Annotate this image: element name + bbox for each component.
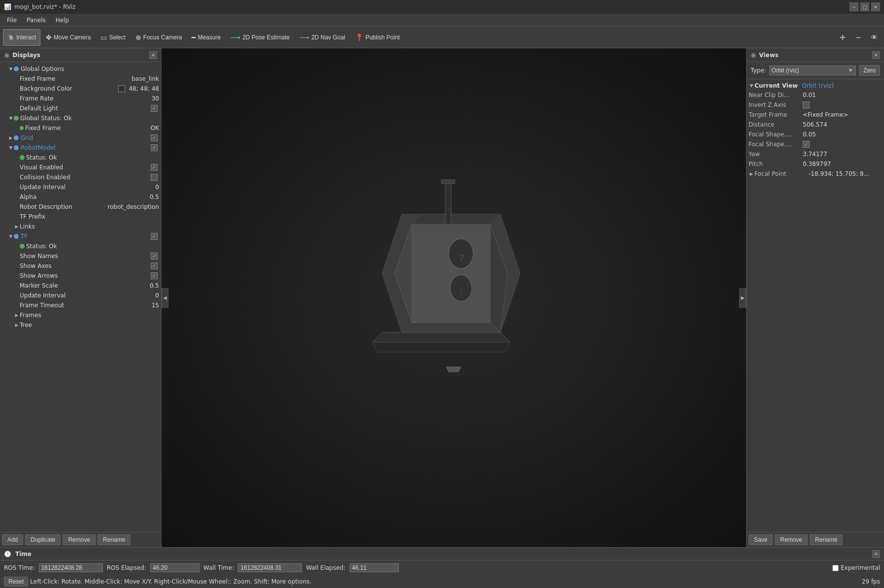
rename-button[interactable]: Rename	[98, 534, 131, 545]
svg-rect-5	[441, 180, 455, 184]
show-arrows-checkbox[interactable]	[151, 272, 158, 279]
robot-model-row[interactable]: RobotModel	[0, 143, 161, 153]
invert-z-checkbox[interactable]	[803, 101, 810, 108]
experimental-checkbox[interactable]	[832, 565, 839, 571]
robot-description-row[interactable]: Robot Description robot_description	[0, 202, 161, 212]
target-frame-row[interactable]: Target Frame <Fixed Frame>	[747, 110, 884, 120]
focal-point-row[interactable]: Focal Point -18.934; 15.705; 8...	[747, 169, 884, 179]
robot-model-expand[interactable]	[8, 145, 14, 151]
default-light-row[interactable]: Default Light	[0, 103, 161, 113]
tf-update-interval-row[interactable]: Update Interval 0	[0, 291, 161, 300]
yaw-row[interactable]: Yaw 3.74177	[747, 149, 884, 159]
update-interval-row[interactable]: Update Interval 0	[0, 182, 161, 192]
collision-enabled-checkbox[interactable]	[151, 174, 158, 181]
global-options-expand[interactable]	[8, 66, 14, 72]
views-type-select[interactable]: Orbit (rviz)	[769, 65, 856, 75]
background-color-row[interactable]: Background Color 48; 48; 48	[0, 84, 161, 94]
current-view-header[interactable]: Current View Orbit (rviz)	[747, 81, 884, 90]
wall-time-input[interactable]	[238, 563, 302, 572]
global-status-ff-row[interactable]: Fixed Frame OK	[0, 123, 161, 133]
show-axes-checkbox[interactable]	[151, 262, 158, 269]
tf-checkbox[interactable]	[151, 233, 158, 240]
frame-timeout-row[interactable]: Frame Timeout 15	[0, 300, 161, 310]
tf-row[interactable]: TF	[0, 231, 161, 241]
publish-point-button[interactable]: 📍 Publish Point	[351, 29, 404, 46]
frames-expand[interactable]	[14, 312, 20, 318]
wall-elapsed-input[interactable]	[350, 563, 399, 572]
global-options-row[interactable]: Global Options	[0, 64, 161, 74]
maximize-button[interactable]: □	[860, 2, 869, 11]
menu-help[interactable]: Help	[51, 16, 74, 25]
current-view-expand[interactable]	[749, 83, 754, 89]
interact-button[interactable]: 🖱 Interact	[3, 29, 40, 46]
visual-enabled-checkbox[interactable]	[151, 164, 158, 171]
viewport[interactable]: ? ? ◀ ▶	[162, 48, 746, 547]
show-names-row[interactable]: Show Names	[0, 251, 161, 261]
collapse-right-button[interactable]: ▶	[739, 288, 746, 308]
minus-icon-button[interactable]: ─	[851, 31, 865, 44]
show-axes-row[interactable]: Show Axes	[0, 261, 161, 271]
default-light-checkbox[interactable]	[151, 105, 158, 112]
visual-enabled-row[interactable]: Visual Enabled	[0, 163, 161, 172]
tf-status-row[interactable]: Status: Ok	[0, 241, 161, 251]
views-zero-button[interactable]: Zero	[859, 65, 880, 76]
views-remove-button[interactable]: Remove	[775, 534, 808, 545]
grid-expand[interactable]	[8, 135, 14, 141]
distance-row[interactable]: Distance 506.574	[747, 120, 884, 130]
frame-rate-row[interactable]: Frame Rate 30	[0, 94, 161, 103]
ros-elapsed-input[interactable]	[150, 563, 199, 572]
links-row[interactable]: Links	[0, 222, 161, 231]
views-save-button[interactable]: Save	[749, 534, 773, 545]
titlebar-controls[interactable]: ─ □ ✕	[850, 2, 880, 11]
grid-row[interactable]: Grid	[0, 133, 161, 143]
ros-time-input[interactable]	[39, 563, 103, 572]
select-button[interactable]: ▭ Select	[96, 29, 130, 46]
robot-model-status-row[interactable]: Status: Ok	[0, 153, 161, 163]
focal-shape1-row[interactable]: Focal Shape.... 0.05	[747, 130, 884, 139]
plus-icon-button[interactable]: ✛	[836, 31, 850, 44]
pose-estimate-button[interactable]: ⟶ 2D Pose Estimate	[226, 29, 294, 46]
tf-expand[interactable]	[8, 233, 14, 239]
menu-file[interactable]: File	[2, 16, 22, 25]
grid-checkbox[interactable]	[151, 134, 158, 141]
links-expand[interactable]	[14, 224, 20, 229]
move-camera-button[interactable]: ✥ Move Camera	[41, 29, 95, 46]
displays-close-button[interactable]: ✕	[149, 51, 157, 59]
measure-button[interactable]: ━ Measure	[187, 29, 225, 46]
close-button[interactable]: ✕	[871, 2, 880, 11]
near-clip-row[interactable]: Near Clip Di... 0.01	[747, 90, 884, 100]
tf-prefix-row[interactable]: TF Prefix	[0, 212, 161, 222]
add-button[interactable]: Add	[2, 534, 23, 545]
show-arrows-row[interactable]: Show Arrows	[0, 271, 161, 281]
views-close-button[interactable]: ✕	[872, 51, 880, 59]
views-rename-button[interactable]: Rename	[810, 534, 843, 545]
focal-point-expand[interactable]	[749, 171, 754, 177]
fixed-frame-row[interactable]: Fixed Frame base_link	[0, 74, 161, 84]
global-status-expand[interactable]	[8, 115, 14, 121]
invert-z-row[interactable]: Invert Z Axis	[747, 100, 884, 110]
minimize-button[interactable]: ─	[850, 2, 858, 11]
tree-expand[interactable]	[14, 322, 20, 328]
marker-scale-row[interactable]: Marker Scale 0.5	[0, 281, 161, 291]
nav-goal-button[interactable]: ⟶ 2D Nav Goal	[295, 29, 350, 46]
reset-button[interactable]: Reset	[4, 577, 28, 587]
viewport-canvas[interactable]: ? ? ◀ ▶	[162, 48, 746, 547]
duplicate-button[interactable]: Duplicate	[25, 534, 61, 545]
focus-camera-button[interactable]: ⊕ Focus Camera	[131, 29, 187, 46]
collapse-left-button[interactable]: ◀	[162, 288, 168, 308]
global-status-row[interactable]: Global Status: Ok	[0, 113, 161, 123]
tree-row[interactable]: Tree	[0, 320, 161, 330]
focal-shape2-checkbox[interactable]: ✓	[803, 141, 810, 148]
time-close-button[interactable]: ✕	[872, 550, 880, 558]
show-names-checkbox[interactable]	[151, 253, 158, 260]
alpha-row[interactable]: Alpha 0.5	[0, 192, 161, 202]
focal-shape2-row[interactable]: Focal Shape.... ✓	[747, 139, 884, 149]
menu-panels[interactable]: Panels	[22, 16, 51, 25]
frames-row[interactable]: Frames	[0, 310, 161, 320]
pitch-row[interactable]: Pitch 0.389797	[747, 159, 884, 169]
robot-model-checkbox[interactable]	[151, 144, 158, 151]
camera-icon-button[interactable]: 👁	[867, 31, 881, 44]
color-swatch[interactable]	[118, 85, 125, 92]
remove-button[interactable]: Remove	[63, 534, 96, 545]
collision-enabled-row[interactable]: Collision Enabled	[0, 172, 161, 182]
